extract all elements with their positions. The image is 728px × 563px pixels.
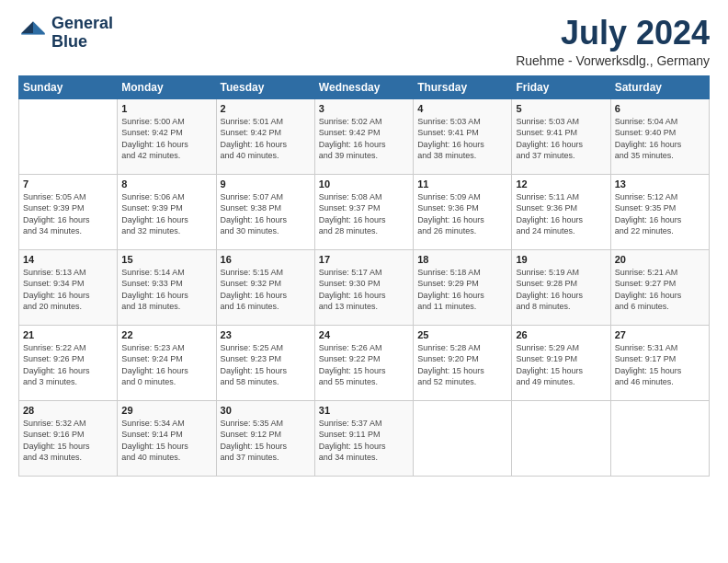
header-cell-wednesday: Wednesday xyxy=(314,75,413,98)
header-cell-friday: Friday xyxy=(512,75,610,98)
page-header: General Blue July 2024 Ruehme - Vorwerks… xyxy=(18,15,710,68)
week-row-3: 21Sunrise: 5:22 AM Sunset: 9:26 PM Dayli… xyxy=(19,325,710,400)
week-row-0: 1Sunrise: 5:00 AM Sunset: 9:42 PM Daylig… xyxy=(19,98,710,174)
day-info: Sunrise: 5:09 AM Sunset: 9:36 PM Dayligh… xyxy=(417,191,507,237)
day-info: Sunrise: 5:06 AM Sunset: 9:39 PM Dayligh… xyxy=(121,191,211,237)
day-number: 2 xyxy=(221,103,311,114)
day-cell: 21Sunrise: 5:22 AM Sunset: 9:26 PM Dayli… xyxy=(19,325,118,400)
day-info: Sunrise: 5:37 AM Sunset: 9:11 PM Dayligh… xyxy=(319,418,409,464)
day-info: Sunrise: 5:28 AM Sunset: 9:20 PM Dayligh… xyxy=(417,342,507,388)
day-number: 3 xyxy=(319,103,409,114)
day-info: Sunrise: 5:32 AM Sunset: 9:16 PM Dayligh… xyxy=(23,418,113,464)
day-number: 16 xyxy=(221,254,311,265)
day-cell xyxy=(414,400,512,476)
week-row-4: 28Sunrise: 5:32 AM Sunset: 9:16 PM Dayli… xyxy=(19,400,710,476)
day-number: 24 xyxy=(319,329,409,340)
day-cell xyxy=(610,400,709,476)
day-cell: 19Sunrise: 5:19 AM Sunset: 9:28 PM Dayli… xyxy=(512,249,610,325)
day-number: 6 xyxy=(615,103,705,114)
day-cell: 31Sunrise: 5:37 AM Sunset: 9:11 PM Dayli… xyxy=(314,400,413,476)
day-cell: 2Sunrise: 5:01 AM Sunset: 9:42 PM Daylig… xyxy=(216,98,314,174)
day-cell: 4Sunrise: 5:03 AM Sunset: 9:41 PM Daylig… xyxy=(414,98,512,174)
day-info: Sunrise: 5:11 AM Sunset: 9:36 PM Dayligh… xyxy=(516,191,606,237)
day-number: 19 xyxy=(516,254,606,265)
day-info: Sunrise: 5:01 AM Sunset: 9:42 PM Dayligh… xyxy=(221,116,311,162)
day-cell: 18Sunrise: 5:18 AM Sunset: 9:29 PM Dayli… xyxy=(414,249,512,325)
day-number: 31 xyxy=(319,405,409,416)
day-cell: 7Sunrise: 5:05 AM Sunset: 9:39 PM Daylig… xyxy=(19,174,118,249)
svg-marker-0 xyxy=(33,21,45,33)
day-info: Sunrise: 5:07 AM Sunset: 9:38 PM Dayligh… xyxy=(221,191,311,237)
day-cell: 12Sunrise: 5:11 AM Sunset: 9:36 PM Dayli… xyxy=(512,174,610,249)
day-info: Sunrise: 5:05 AM Sunset: 9:39 PM Dayligh… xyxy=(23,191,113,237)
day-cell: 25Sunrise: 5:28 AM Sunset: 9:20 PM Dayli… xyxy=(414,325,512,400)
day-info: Sunrise: 5:25 AM Sunset: 9:23 PM Dayligh… xyxy=(221,342,311,388)
day-info: Sunrise: 5:21 AM Sunset: 9:27 PM Dayligh… xyxy=(615,267,705,313)
day-info: Sunrise: 5:03 AM Sunset: 9:41 PM Dayligh… xyxy=(417,116,507,162)
day-number: 10 xyxy=(319,178,409,190)
day-number: 27 xyxy=(615,329,705,340)
day-cell: 3Sunrise: 5:02 AM Sunset: 9:42 PM Daylig… xyxy=(314,98,413,174)
day-cell: 11Sunrise: 5:09 AM Sunset: 9:36 PM Dayli… xyxy=(414,174,512,249)
day-info: Sunrise: 5:15 AM Sunset: 9:32 PM Dayligh… xyxy=(221,267,311,313)
day-number: 15 xyxy=(121,254,211,265)
calendar-table: SundayMondayTuesdayWednesdayThursdayFrid… xyxy=(18,75,710,477)
day-number: 25 xyxy=(417,329,507,340)
day-number: 26 xyxy=(516,329,606,340)
day-number: 5 xyxy=(516,103,606,114)
day-number: 8 xyxy=(121,178,211,190)
day-cell: 6Sunrise: 5:04 AM Sunset: 9:40 PM Daylig… xyxy=(610,98,709,174)
day-cell: 28Sunrise: 5:32 AM Sunset: 9:16 PM Dayli… xyxy=(19,400,118,476)
day-info: Sunrise: 5:14 AM Sunset: 9:33 PM Dayligh… xyxy=(121,267,211,313)
day-info: Sunrise: 5:19 AM Sunset: 9:28 PM Dayligh… xyxy=(516,267,606,313)
logo-icon xyxy=(18,18,48,48)
day-number: 13 xyxy=(615,178,705,190)
week-row-2: 14Sunrise: 5:13 AM Sunset: 9:34 PM Dayli… xyxy=(19,249,710,325)
day-cell: 17Sunrise: 5:17 AM Sunset: 9:30 PM Dayli… xyxy=(314,249,413,325)
day-cell: 16Sunrise: 5:15 AM Sunset: 9:32 PM Dayli… xyxy=(216,249,314,325)
day-cell: 15Sunrise: 5:14 AM Sunset: 9:33 PM Dayli… xyxy=(118,249,216,325)
day-cell: 20Sunrise: 5:21 AM Sunset: 9:27 PM Dayli… xyxy=(610,249,709,325)
day-number: 30 xyxy=(221,405,311,416)
day-cell: 29Sunrise: 5:34 AM Sunset: 9:14 PM Dayli… xyxy=(118,400,216,476)
day-cell: 23Sunrise: 5:25 AM Sunset: 9:23 PM Dayli… xyxy=(216,325,314,400)
day-cell: 8Sunrise: 5:06 AM Sunset: 9:39 PM Daylig… xyxy=(118,174,216,249)
day-number: 12 xyxy=(516,178,606,190)
title-block: July 2024 Ruehme - Vorwerksdlg., Germany xyxy=(516,15,710,68)
month-title: July 2024 xyxy=(516,15,710,52)
day-info: Sunrise: 5:29 AM Sunset: 9:19 PM Dayligh… xyxy=(516,342,606,388)
day-info: Sunrise: 5:02 AM Sunset: 9:42 PM Dayligh… xyxy=(319,116,409,162)
day-cell: 30Sunrise: 5:35 AM Sunset: 9:12 PM Dayli… xyxy=(216,400,314,476)
header-cell-saturday: Saturday xyxy=(610,75,709,98)
day-info: Sunrise: 5:12 AM Sunset: 9:35 PM Dayligh… xyxy=(615,191,705,237)
day-number: 28 xyxy=(23,405,113,416)
day-cell xyxy=(512,400,610,476)
day-cell xyxy=(19,98,118,174)
header-cell-monday: Monday xyxy=(118,75,216,98)
logo-text: General Blue xyxy=(51,15,113,52)
day-number: 11 xyxy=(417,178,507,190)
logo: General Blue xyxy=(18,15,113,52)
day-info: Sunrise: 5:18 AM Sunset: 9:29 PM Dayligh… xyxy=(417,267,507,313)
day-number: 22 xyxy=(121,329,211,340)
day-info: Sunrise: 5:22 AM Sunset: 9:26 PM Dayligh… xyxy=(23,342,113,388)
week-row-1: 7Sunrise: 5:05 AM Sunset: 9:39 PM Daylig… xyxy=(19,174,710,249)
day-number: 29 xyxy=(121,405,211,416)
day-info: Sunrise: 5:23 AM Sunset: 9:24 PM Dayligh… xyxy=(121,342,211,388)
logo-line1: General xyxy=(51,15,113,33)
day-info: Sunrise: 5:03 AM Sunset: 9:41 PM Dayligh… xyxy=(516,116,606,162)
header-cell-thursday: Thursday xyxy=(414,75,512,98)
day-info: Sunrise: 5:08 AM Sunset: 9:37 PM Dayligh… xyxy=(319,191,409,237)
day-number: 17 xyxy=(319,254,409,265)
header-cell-sunday: Sunday xyxy=(19,75,118,98)
day-number: 18 xyxy=(417,254,507,265)
day-info: Sunrise: 5:35 AM Sunset: 9:12 PM Dayligh… xyxy=(221,418,311,464)
day-number: 9 xyxy=(221,178,311,190)
day-number: 4 xyxy=(417,103,507,114)
day-number: 21 xyxy=(23,329,113,340)
day-number: 23 xyxy=(221,329,311,340)
day-info: Sunrise: 5:31 AM Sunset: 9:17 PM Dayligh… xyxy=(615,342,705,388)
day-cell: 10Sunrise: 5:08 AM Sunset: 9:37 PM Dayli… xyxy=(314,174,413,249)
day-number: 14 xyxy=(23,254,113,265)
day-info: Sunrise: 5:17 AM Sunset: 9:30 PM Dayligh… xyxy=(319,267,409,313)
